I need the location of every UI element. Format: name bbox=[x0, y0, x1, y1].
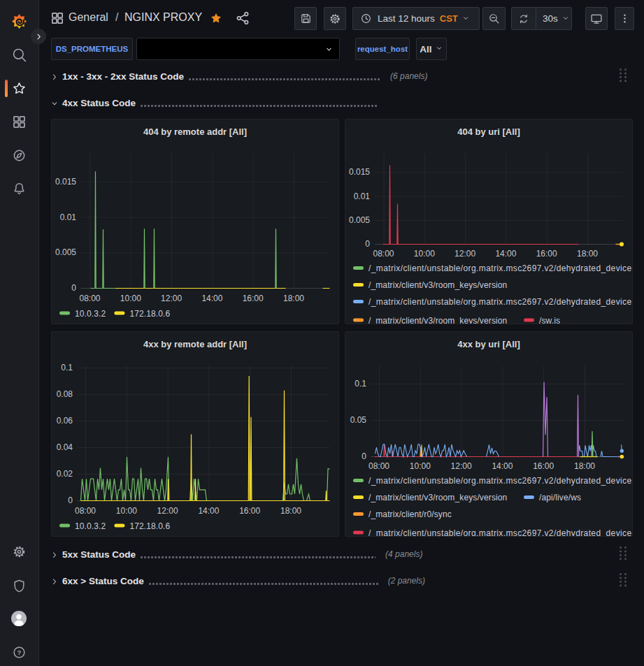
svg-text:08:00: 08:00 bbox=[75, 506, 96, 516]
svg-text:0: 0 bbox=[365, 239, 370, 249]
svg-text:10:00: 10:00 bbox=[414, 249, 435, 259]
svg-text:0.015: 0.015 bbox=[55, 177, 76, 187]
svg-text:0.1: 0.1 bbox=[61, 363, 73, 372]
svg-text:14:00: 14:00 bbox=[495, 249, 516, 259]
svg-text:/api/live/ws: /api/live/ws bbox=[539, 493, 581, 502]
svg-text:12:00: 12:00 bbox=[161, 294, 182, 303]
svg-text:0.08: 0.08 bbox=[57, 389, 73, 399]
svg-text:0.02: 0.02 bbox=[57, 469, 73, 479]
svg-text:12:00: 12:00 bbox=[451, 461, 472, 471]
svg-text:0.05: 0.05 bbox=[350, 415, 367, 425]
svg-text:08:00: 08:00 bbox=[373, 249, 394, 259]
svg-text:18:00: 18:00 bbox=[283, 294, 304, 303]
svg-text:10.0.3.2: 10.0.3.2 bbox=[75, 521, 106, 531]
svg-text:/_matrix/client/unstable/org.m: /_matrix/client/unstable/org.matrix.msc2… bbox=[368, 263, 632, 273]
svg-text:/_matrix/client/v3/room_keys/v: /_matrix/client/v3/room_keys/version bbox=[368, 280, 507, 290]
svg-text:0.01: 0.01 bbox=[354, 191, 371, 201]
svg-text:172.18.0.6: 172.18.0.6 bbox=[129, 309, 170, 319]
svg-text:/_matrix/client/r0/sync: /_matrix/client/r0/sync bbox=[368, 509, 452, 519]
svg-text:0.01: 0.01 bbox=[60, 212, 77, 222]
svg-text:14:00: 14:00 bbox=[201, 294, 222, 303]
svg-text:14:00: 14:00 bbox=[198, 506, 219, 516]
svg-text:?: ? bbox=[17, 649, 22, 656]
svg-text:10:00: 10:00 bbox=[116, 506, 137, 516]
svg-text:0.1: 0.1 bbox=[355, 379, 366, 389]
svg-text:10:00: 10:00 bbox=[410, 461, 431, 471]
svg-text:12:00: 12:00 bbox=[157, 506, 178, 516]
svg-text:0: 0 bbox=[68, 495, 73, 505]
svg-text:18:00: 18:00 bbox=[574, 461, 595, 471]
svg-text:18:00: 18:00 bbox=[577, 249, 598, 259]
svg-text:/_matrix/client/v3/room_keys/v: /_matrix/client/v3/room_keys/version bbox=[368, 493, 507, 502]
svg-text:172.18.0.6: 172.18.0.6 bbox=[129, 521, 170, 531]
svg-text:16:00: 16:00 bbox=[243, 294, 264, 303]
svg-text:18:00: 18:00 bbox=[280, 506, 301, 516]
svg-text:10.0.3.2: 10.0.3.2 bbox=[75, 309, 106, 319]
svg-text:0: 0 bbox=[71, 283, 76, 293]
svg-text:16:00: 16:00 bbox=[239, 506, 260, 516]
svg-text:0.015: 0.015 bbox=[349, 167, 370, 177]
svg-text:0: 0 bbox=[362, 451, 366, 461]
svg-text:/_matrix/client/unstable/org.m: /_matrix/client/unstable/org.matrix.msc2… bbox=[368, 297, 632, 307]
svg-text:/_matrix/client/v3/room_keys/v: /_matrix/client/v3/room_keys/version bbox=[368, 316, 507, 325]
svg-text:0.005: 0.005 bbox=[55, 247, 76, 257]
svg-text:0.04: 0.04 bbox=[57, 442, 73, 452]
svg-text:/sw.js: /sw.js bbox=[539, 316, 560, 325]
svg-text:0.06: 0.06 bbox=[57, 416, 73, 426]
svg-text:12:00: 12:00 bbox=[455, 249, 475, 259]
svg-text:16:00: 16:00 bbox=[533, 461, 554, 471]
svg-text:0.005: 0.005 bbox=[349, 215, 370, 225]
svg-text:/_matrix/client/unstable/org.m: /_matrix/client/unstable/org.matrix.msc2… bbox=[368, 476, 632, 486]
svg-text:14:00: 14:00 bbox=[492, 461, 513, 471]
svg-text:/_matrix/client/unstable/org.m: /_matrix/client/unstable/org.matrix.msc2… bbox=[368, 528, 632, 537]
svg-text:08:00: 08:00 bbox=[79, 294, 100, 303]
svg-text:08:00: 08:00 bbox=[368, 461, 389, 471]
svg-text:16:00: 16:00 bbox=[536, 249, 557, 259]
svg-text:10:00: 10:00 bbox=[120, 294, 141, 303]
